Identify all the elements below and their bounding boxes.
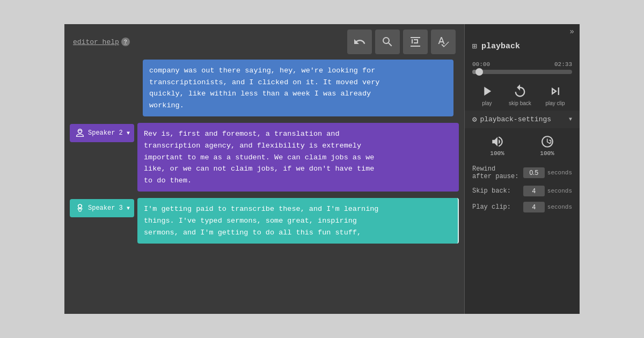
- skip-back-button[interactable]: skip back: [509, 84, 531, 106]
- playback-title: playback: [481, 42, 520, 51]
- collapse-icon[interactable]: »: [570, 27, 574, 36]
- rewind-label: Rewindafter pause:: [472, 165, 521, 180]
- segment-2: Speaker 2 ▼ Rev is, first and foremost, …: [70, 123, 459, 192]
- search-button[interactable]: [375, 30, 400, 54]
- editor-help-label: editor help: [73, 38, 119, 46]
- play-clip-button[interactable]: play clip: [545, 84, 565, 106]
- main-container: editor help ?: [64, 24, 580, 314]
- segment-2-text: Rev is, first and foremost, a translatio…: [137, 123, 459, 192]
- segment-3: Speaker 3 ▼ I'm getting paid to transcri…: [70, 198, 459, 244]
- timestamp-button[interactable]: [403, 30, 428, 54]
- rewind-unit: seconds: [547, 170, 572, 176]
- skip-back-setting-label: Skip back:: [472, 187, 521, 195]
- settings-gear-icon: ⚙: [472, 115, 477, 124]
- settings-dropdown-icon: ▼: [569, 116, 572, 122]
- speaker-2-icon: [74, 127, 86, 139]
- undo-icon: [353, 35, 366, 48]
- playback-timeline[interactable]: 00:00 02:33: [465, 57, 580, 78]
- skip-back-unit: seconds: [547, 188, 572, 194]
- play-clip-label: play clip: [545, 100, 565, 106]
- playback-controls: play skip back play clip: [465, 78, 580, 108]
- playback-header: ⊞ playback: [465, 39, 580, 57]
- segment-3-text: I'm getting paid to transcribe these, an…: [137, 198, 459, 244]
- segment-1-text: company was out there saying, hey, we're…: [143, 60, 453, 116]
- panel-collapse-area: »: [465, 24, 580, 39]
- spellcheck-icon: [437, 35, 450, 48]
- editor-toolbar: editor help ?: [64, 24, 464, 60]
- volume-icon: [491, 135, 504, 149]
- speed-control[interactable]: 100%: [540, 135, 554, 157]
- timestamp-icon: [409, 35, 422, 48]
- speaker-3-dropdown[interactable]: ▼: [127, 205, 130, 211]
- help-icon: ?: [121, 38, 130, 46]
- skip-back-icon: [513, 84, 528, 99]
- play-clip-icon: [548, 84, 563, 99]
- rewind-input[interactable]: [523, 167, 545, 178]
- playback-grid-icon: ⊞: [472, 41, 477, 52]
- play-clip-setting-label: Play clip:: [472, 203, 521, 211]
- speaker-2-dropdown[interactable]: ▼: [127, 130, 130, 136]
- play-clip-unit: seconds: [547, 204, 572, 210]
- playback-settings-row[interactable]: ⚙ playback-settings ▼: [465, 111, 580, 128]
- play-icon: [479, 84, 494, 99]
- play-button[interactable]: play: [479, 84, 494, 106]
- speed-icon: [540, 135, 554, 149]
- time-labels: 00:00 02:33: [472, 61, 572, 68]
- play-clip-input[interactable]: [523, 202, 545, 212]
- skip-back-input[interactable]: [523, 186, 545, 196]
- settings-detail: Rewindafter pause: seconds Skip back: se…: [465, 161, 580, 217]
- editor-help-link[interactable]: editor help ?: [73, 38, 130, 46]
- skip-back-setting: Skip back: seconds: [472, 186, 572, 196]
- time-current: 00:00: [472, 61, 490, 68]
- undo-button[interactable]: [347, 30, 372, 54]
- volume-control[interactable]: 100%: [490, 135, 504, 157]
- speaker-2-label[interactable]: Speaker 2 ▼: [70, 124, 134, 142]
- editor-area: editor help ?: [64, 24, 464, 314]
- speed-pct: 100%: [540, 150, 554, 157]
- rewind-setting: Rewindafter pause: seconds: [472, 165, 572, 180]
- time-total: 02:33: [554, 61, 572, 68]
- speaker-3-icon: [74, 202, 86, 214]
- toolbar-buttons: [347, 30, 456, 54]
- volume-pct: 100%: [490, 150, 504, 157]
- play-clip-setting: Play clip: seconds: [472, 202, 572, 212]
- playback-panel: » ⊞ playback 00:00 02:33 pl: [464, 24, 580, 314]
- volume-speed-row: 100% 100%: [465, 130, 580, 161]
- progress-bar[interactable]: [472, 70, 572, 74]
- speaker-2-name: Speaker 2: [88, 129, 123, 137]
- speaker-3-label[interactable]: Speaker 3 ▼: [70, 199, 134, 217]
- transcript-area[interactable]: company was out there saying, hey, we're…: [64, 60, 464, 314]
- speaker-3-name: Speaker 3: [88, 204, 123, 212]
- search-icon: [381, 35, 394, 48]
- spellcheck-button[interactable]: [431, 30, 456, 54]
- progress-knob[interactable]: [475, 68, 483, 76]
- playback-settings-label: playback-settings: [480, 115, 551, 123]
- skip-back-label: skip back: [509, 100, 531, 106]
- play-label: play: [482, 100, 492, 106]
